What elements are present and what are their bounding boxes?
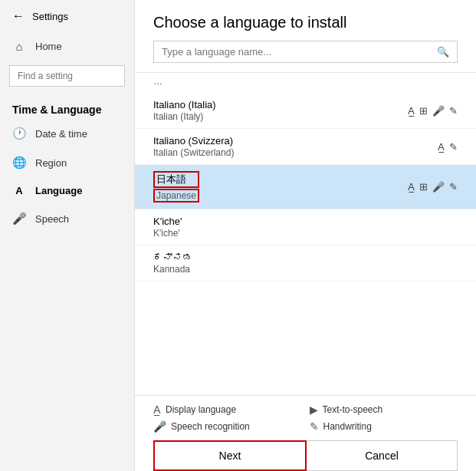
pen-icon: ✎: [449, 181, 458, 193]
lang-sub: Italian (Italy): [153, 111, 216, 122]
sidebar-item-label: Date & time: [35, 128, 87, 140]
lang-name: ಕನ್ನಡ: [153, 252, 192, 263]
mic-icon: 🎤: [432, 105, 445, 117]
page-title: Choose a language to install: [153, 14, 458, 31]
home-icon: ⌂: [12, 40, 26, 53]
date-time-icon: 🕐: [12, 127, 26, 140]
sidebar: ← Settings ⌂ Home Time & Language 🕐 Date…: [0, 0, 134, 471]
lang-name: K'iche': [153, 216, 182, 227]
feature-label: Display language: [166, 404, 236, 415]
lang-info: 日本語 Japanese: [153, 171, 199, 203]
text-to-speech-icon: ▶: [310, 403, 318, 416]
features-grid: A̲ Display language ▶ Text-to-speech 🎤 S…: [153, 403, 458, 433]
display-icon: ⊞: [419, 105, 428, 117]
sidebar-nav-item-language[interactable]: A Language: [0, 177, 134, 204]
buttons-row: Next Cancel: [153, 440, 458, 471]
language-item-italiano-svizzera[interactable]: Italiano (Svizzera) Italian (Switzerland…: [135, 129, 476, 165]
sidebar-nav-item-speech[interactable]: 🎤 Speech: [0, 204, 134, 233]
bottom-panel: A̲ Display language ▶ Text-to-speech 🎤 S…: [135, 395, 476, 471]
font-icon: A̲: [408, 105, 415, 117]
sidebar-item-label: Language: [35, 185, 82, 196]
sidebar-nav-item-home[interactable]: ⌂ Home: [0, 32, 134, 61]
pen-icon: ✎: [449, 141, 458, 153]
feature-speech-recognition: 🎤 Speech recognition: [153, 420, 302, 433]
feature-label: Handwriting: [323, 421, 372, 432]
language-icon: A: [12, 185, 26, 196]
lang-name: Italiano (Italia): [153, 99, 216, 110]
language-item-kiche[interactable]: K'iche' K'iche': [135, 209, 476, 245]
handwriting-icon: ✎: [310, 420, 319, 433]
language-list: … Italiano (Italia) Italian (Italy) A̲ ⊞…: [135, 72, 476, 395]
lang-info: ಕನ್ನಡ Kannada: [153, 252, 192, 275]
lang-name: Italiano (Svizzera): [153, 135, 234, 147]
lang-sub: K'iche': [153, 228, 182, 239]
search-icon: 🔍: [437, 46, 449, 58]
lang-name: 日本語: [153, 171, 199, 188]
lang-sub: Japanese: [153, 189, 199, 203]
feature-text-to-speech: ▶ Text-to-speech: [310, 403, 458, 416]
lang-sub: Kannada: [153, 264, 192, 275]
feature-label: Speech recognition: [171, 421, 250, 432]
lang-info: K'iche' K'iche': [153, 216, 182, 239]
back-label: Settings: [32, 11, 68, 22]
sidebar-item-label: Region: [35, 157, 67, 169]
main-header: Choose a language to install 🔍: [135, 0, 476, 72]
cancel-button[interactable]: Cancel: [307, 440, 458, 471]
speech-recognition-icon: 🎤: [153, 420, 166, 433]
back-button[interactable]: ← Settings: [0, 0, 134, 32]
lang-info: Italiano (Svizzera) Italian (Switzerland…: [153, 135, 234, 158]
pen-icon: ✎: [449, 105, 458, 117]
sidebar-nav-item-date-time[interactable]: 🕐 Date & time: [0, 119, 134, 148]
back-arrow-icon: ←: [12, 9, 25, 23]
sidebar-item-label: Home: [35, 41, 62, 52]
feature-handwriting: ✎ Handwriting: [310, 420, 458, 433]
display-language-icon: A̲: [153, 403, 161, 416]
search-box: 🔍: [153, 41, 458, 63]
font-icon: A̲: [438, 141, 445, 153]
feature-label: Text-to-speech: [323, 404, 383, 415]
sidebar-nav-item-region[interactable]: 🌐 Region: [0, 148, 134, 177]
lang-feature-icons: A̲ ⊞ 🎤 ✎: [408, 105, 458, 117]
truncated-indicator: …: [135, 73, 476, 93]
lang-feature-icons: A̲ ✎: [438, 141, 458, 153]
language-item-japanese[interactable]: 日本語 Japanese A̲ ⊞ 🎤 ✎: [135, 165, 476, 209]
lang-info: Italiano (Italia) Italian (Italy): [153, 99, 216, 122]
feature-display-language: A̲ Display language: [153, 403, 302, 416]
language-item-kannada[interactable]: ಕನ್ನಡ Kannada: [135, 245, 476, 282]
display-icon: ⊞: [419, 181, 428, 193]
language-item-italiano-italia[interactable]: Italiano (Italia) Italian (Italy) A̲ ⊞ 🎤…: [135, 93, 476, 129]
speech-icon: 🎤: [12, 212, 26, 226]
section-label: Time & Language: [0, 96, 134, 119]
region-icon: 🌐: [12, 156, 26, 170]
find-setting-input[interactable]: [9, 65, 125, 87]
font-icon: A̲: [408, 181, 415, 193]
language-search-input[interactable]: [162, 46, 437, 58]
lang-feature-icons: A̲ ⊞ 🎤 ✎: [408, 181, 458, 193]
lang-sub: Italian (Switzerland): [153, 147, 234, 158]
next-button[interactable]: Next: [153, 440, 307, 471]
main-content: Choose a language to install 🔍 … Italian…: [134, 0, 476, 471]
sidebar-item-label: Speech: [35, 213, 69, 225]
mic-icon: 🎤: [432, 181, 445, 193]
